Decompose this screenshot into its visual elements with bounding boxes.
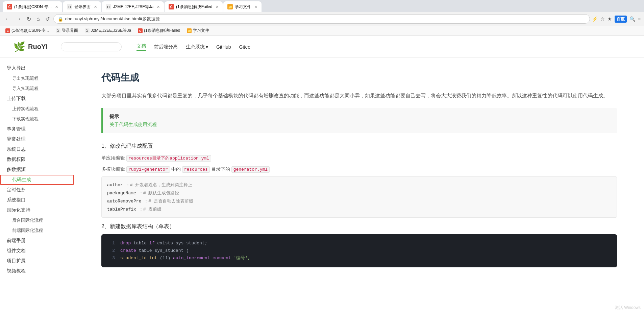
sidebar-item-sysapi[interactable]: 系统接口: [0, 195, 74, 205]
code-block: 1 drop table if exists sys_student; 2 cr…: [101, 234, 617, 267]
tab-close-4[interactable]: ✕: [216, 5, 219, 9]
sidebar-item-frontend-manual[interactable]: 前端手册: [0, 236, 74, 246]
url-bar[interactable]: 🔒 doc.ruoyi.vip/ruoyi/document/htsc.html…: [53, 14, 590, 24]
browser-actions: ⚡ ☆ ★ 百度 🔍 ≡: [592, 16, 641, 23]
bookmark-favicon-1: C: [5, 28, 10, 33]
menu-button[interactable]: ≡: [638, 16, 641, 22]
code-line-content-1: drop table if exists sys_student;: [120, 240, 610, 247]
tab-label-2: 登录界面: [74, 4, 91, 10]
tab-favicon-1: C: [7, 4, 12, 9]
nav-link-frontend[interactable]: 前后端分离: [154, 44, 178, 50]
code-keyword-if: if: [149, 241, 155, 246]
sidebar-item-component-docs[interactable]: 组件文档: [0, 246, 74, 256]
sidebar-item-extensions[interactable]: 项目扩展: [0, 256, 74, 266]
sidebar-item-import-flow[interactable]: 导入实现流程: [0, 83, 74, 94]
sidebar-item-backend-i18n[interactable]: 后台国际化流程: [0, 215, 74, 225]
sidebar-item-exception[interactable]: 异常处理: [0, 134, 74, 144]
code-text-2: exists sys_student;: [157, 241, 207, 246]
browser-tabs: C (1条消息)CSDN-专... ✕ 🗋 登录界面 ✕ 🗋 J2ME,J2EE…: [0, 0, 644, 12]
forward-button[interactable]: →: [14, 15, 23, 23]
nav-link-github[interactable]: GitHub: [216, 44, 231, 50]
history-button[interactable]: ↺: [44, 15, 51, 23]
bookmark-label-5: 学习文件: [193, 28, 209, 33]
nav-link-gitee[interactable]: Gitee: [239, 44, 250, 50]
bookmark-3[interactable]: 🗋 J2ME,J2EE,J2SE等Ja: [83, 27, 133, 34]
code-line-3: 3 student_id int (11) auto_increment com…: [108, 255, 610, 262]
sidebar-item-scheduled[interactable]: 定时任务: [0, 185, 74, 195]
bookmark-1[interactable]: C (1条消息)CSDN-专...: [3, 27, 51, 34]
sidebar-item-frontend-i18n[interactable]: 前端国际化流程: [0, 225, 74, 236]
browser-tab-2[interactable]: 🗋 登录界面 ✕: [63, 1, 101, 12]
tab-close-2[interactable]: ✕: [94, 5, 97, 9]
sidebar-item-syslog[interactable]: 系统日志: [0, 144, 74, 154]
nav-link-docs[interactable]: 文档: [137, 43, 146, 51]
config-key-2: packageName: [107, 191, 136, 196]
bookmark-label-4: (1条消息)解决Failed: [144, 28, 180, 33]
code-line-content-2: create table sys_student (: [120, 247, 610, 255]
tab-close-5[interactable]: ✕: [254, 5, 257, 9]
code-line-num-3: 3: [108, 255, 115, 262]
browser-chrome: C (1条消息)CSDN-专... ✕ 🗋 登录界面 ✕ 🗋 J2ME,J2EE…: [0, 0, 644, 36]
home-button[interactable]: ⌂: [35, 15, 42, 23]
extensions-icon[interactable]: 百度: [615, 16, 627, 23]
browser-tab-5[interactable]: 📁 学习文件 ✕: [223, 1, 262, 12]
bookmark-favicon-2: 🗋: [56, 28, 60, 33]
tip-box: 提示 关于代码生成使用流程: [101, 108, 617, 133]
star-filled-icon[interactable]: ★: [608, 16, 612, 22]
code-text-3: table sys_student (: [139, 248, 189, 253]
tab-close-3[interactable]: ✕: [157, 5, 160, 9]
tab-close-1[interactable]: ✕: [55, 5, 58, 9]
sidebar-item-codegen[interactable]: 代码生成: [0, 175, 74, 185]
search-button[interactable]: 🔍: [629, 16, 635, 22]
tip-link[interactable]: 关于代码生成使用流程: [109, 122, 157, 127]
sidebar-item-multi-datasource[interactable]: 多数据源: [0, 165, 74, 175]
site-logo[interactable]: 🌿 RuoYi: [14, 41, 47, 52]
sidebar-item-i18n[interactable]: 国际化支持: [0, 205, 74, 215]
multi-module-text: 多模块编辑 ruoyi-generator 中的 resources 目录下的 …: [101, 165, 617, 173]
back-button[interactable]: ←: [3, 15, 12, 23]
code-keyword-create: create: [120, 248, 136, 253]
browser-tab-3[interactable]: 🗋 J2ME,J2EE,J2SE等Ja ✕: [102, 1, 164, 12]
sidebar-item-transaction[interactable]: 事务管理: [0, 124, 74, 134]
code-line-num-2: 2: [108, 247, 115, 255]
lock-icon: 🔒: [58, 17, 63, 22]
app-wrapper: 🌿 RuoYi 文档 前后端分离 生态系统 ▾ GitHub Gitee 导入导…: [0, 36, 644, 314]
multi-module-path5: generator.yml: [231, 166, 270, 173]
refresh-button[interactable]: ↻: [25, 15, 33, 23]
code-block-wrapper: 1 drop table if exists sys_student; 2 cr…: [101, 234, 617, 267]
star-icon[interactable]: ☆: [600, 16, 605, 22]
browser-tab-4[interactable]: C (1条消息)解决Failed ✕: [165, 1, 223, 12]
config-line-1: author ：# 开发者姓名，生成到类注释上: [107, 181, 611, 189]
section1-title: 1、修改代码生成配置: [101, 143, 617, 150]
sidebar-item-export-flow[interactable]: 导出实现流程: [0, 73, 74, 83]
search-area[interactable]: [61, 42, 128, 51]
sidebar-item-download-flow[interactable]: 下载实现流程: [0, 114, 74, 124]
sidebar: 导入导出 导出实现流程 导入实现流程 上传下载 上传实现流程 下载实现流程 事务…: [0, 58, 74, 314]
code-text-1: table: [133, 241, 149, 246]
sidebar-item-video[interactable]: 视频教程: [0, 266, 74, 276]
bookmark-4[interactable]: C (1条消息)解决Failed: [136, 27, 182, 34]
tab-favicon-4: C: [169, 4, 174, 9]
nav-links: 文档 前后端分离 生态系统 ▾ GitHub Gitee: [137, 43, 250, 51]
main-content: 代码生成 大部分项目里其实有很多代码都是重复的，几乎每个基础模块的代码都有增删改…: [74, 58, 644, 314]
browser-tab-1[interactable]: C (1条消息)CSDN-专... ✕: [3, 1, 62, 12]
sidebar-item-upload-download[interactable]: 上传下载: [0, 94, 74, 104]
sidebar-item-upload-flow[interactable]: 上传实现流程: [0, 104, 74, 114]
sidebar-item-import-export[interactable]: 导入导出: [0, 63, 74, 73]
sidebar-item-dataperm[interactable]: 数据权限: [0, 154, 74, 165]
multi-module-path4: 目录下的: [211, 166, 230, 172]
bookmark-label-3: J2ME,J2EE,J2SE等Ja: [91, 28, 131, 33]
bookmark-favicon-3: 🗋: [85, 28, 90, 33]
nav-link-ecosystem[interactable]: 生态系统 ▾: [186, 44, 208, 50]
tab-label-5: 学习文件: [235, 4, 251, 10]
config-key-4: tablePrefix: [107, 207, 136, 212]
chevron-down-icon: ▾: [206, 44, 208, 50]
search-input[interactable]: [61, 42, 122, 51]
tab-label-4: (1条消息)解决Failed: [176, 4, 212, 10]
bookmark-5[interactable]: 📁 学习文件: [185, 27, 211, 34]
tab-favicon-5: 📁: [227, 4, 233, 9]
code-text-11: '编号',: [234, 256, 250, 261]
config-comment-3: ：# 是否自动去除表前缀: [144, 199, 193, 204]
code-text-7: (11): [160, 256, 173, 261]
bookmark-2[interactable]: 🗋 登录界面: [54, 27, 80, 34]
